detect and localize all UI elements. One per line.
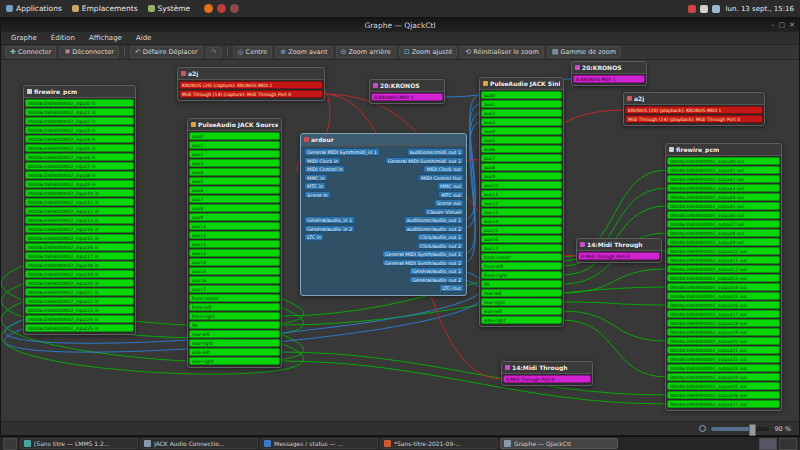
port[interactable]: aux9 <box>189 213 280 221</box>
port[interactable]: KRONOS (20) (capture): KRONOS MIDI 1 <box>179 81 323 89</box>
port[interactable]: MIDI Clock out <box>423 165 464 173</box>
port[interactable]: aux0 <box>481 91 562 99</box>
port[interactable]: lfe <box>481 280 562 288</box>
taskbar-item-jack-audio-connectio[interactable]: JACK Audio Connectio... <box>140 438 258 449</box>
port[interactable]: LTC in <box>304 233 324 241</box>
port[interactable]: auditioner/audio_out 1 <box>404 216 464 224</box>
port[interactable]: MMC out <box>437 182 464 190</box>
port[interactable]: lfe <box>189 321 280 329</box>
toolbar-redo[interactable]: ↷ <box>206 47 222 58</box>
port[interactable]: auditioner/midi_out 1 <box>407 148 464 156</box>
port[interactable]: aux0 <box>189 132 280 140</box>
port[interactable]: Général/audio_in 1 <box>304 216 355 224</box>
port[interactable]: 000d6c0404000002_output0 out <box>667 157 780 165</box>
port[interactable]: aux10 <box>189 222 280 230</box>
node-header[interactable]: a2j <box>624 93 764 105</box>
node-header[interactable]: 20:KRONOS <box>370 80 444 92</box>
node-header[interactable]: firewire_pcm <box>24 86 135 98</box>
port[interactable]: front-center <box>481 253 562 261</box>
port[interactable]: aux15 <box>189 267 280 275</box>
node-firewire-pcm-fwL[interactable]: firewire_pcm000d6c0404000002_input0 in00… <box>23 85 136 335</box>
port[interactable]: 000d6c0404000002_output16 out <box>667 301 780 309</box>
port[interactable]: 000d6c0404000002_input22 in <box>25 297 134 305</box>
port[interactable]: aux4 <box>481 127 562 135</box>
close-button[interactable]: ✕ <box>789 19 795 32</box>
port[interactable]: 000d6c0404000002_output20 out <box>667 337 780 345</box>
port[interactable]: 000d6c0404000002_output18 out <box>667 319 780 327</box>
port[interactable]: front-center <box>189 294 280 302</box>
toolbar-deconnecter[interactable]: ✖Déconnecter <box>59 46 118 58</box>
notification-icon[interactable] <box>688 5 696 13</box>
port[interactable]: 000d6c0404000002_input0 in <box>25 99 134 107</box>
port[interactable]: side-right <box>189 357 280 365</box>
port[interactable]: 000d6c0404000002_output22 out <box>667 355 780 363</box>
toolbar-zoom-ajuste[interactable]: ⊡Zoom ajusté <box>399 46 458 58</box>
port[interactable]: 000d6c0404000002_input1 in <box>25 108 134 116</box>
network-icon[interactable] <box>712 5 720 13</box>
panel-menu-systeme[interactable]: Système <box>148 4 191 13</box>
node-header[interactable]: 20:KRONOS <box>572 62 646 74</box>
port[interactable]: 000d6c0404000002_output26 out <box>667 391 780 399</box>
port[interactable]: aux6 <box>481 145 562 153</box>
taskbar-item-messages-status[interactable]: Messages / status — ... <box>260 438 378 449</box>
port[interactable]: Général/audio_out 1 <box>409 267 464 275</box>
port[interactable]: 000d6c0404000002_input25 in <box>25 324 134 332</box>
port[interactable]: General MIDI Synth/midi_out 1 <box>385 157 464 165</box>
port[interactable]: aux3 <box>481 118 562 126</box>
menu-aide[interactable]: Aide <box>130 33 157 43</box>
maximize-button[interactable]: ▢ <box>779 19 786 32</box>
port[interactable]: 000d6c0404000002_input6 in <box>25 153 134 161</box>
port[interactable]: side-left <box>481 307 562 315</box>
toolbar-reinitialiser-le-zoom[interactable]: ⟲Réinitialiser le zoom <box>460 46 543 58</box>
port[interactable]: 000d6c0404000002_output27 out <box>667 400 780 408</box>
node-header[interactable]: 14:Midi Through <box>577 239 661 251</box>
port[interactable]: 000d6c0404000002_input7 in <box>25 162 134 170</box>
port[interactable]: 000d6c0404000002_input16 in <box>25 243 134 251</box>
port[interactable]: aux11 <box>189 231 280 239</box>
port[interactable]: 000d6c0404000002_input4 in <box>25 135 134 143</box>
node-header[interactable]: PulseAudio JACK Source <box>188 119 281 131</box>
node-ardour-ardour[interactable]: ardourGeneral MIDI Synth/midi_in 1MIDI C… <box>300 133 467 296</box>
port[interactable]: 0:Midi Through Port-0 <box>503 375 591 383</box>
port[interactable]: 000d6c0404000002_input12 in <box>25 207 134 215</box>
connection-wire[interactable] <box>562 311 667 341</box>
port[interactable]: MMC in <box>304 174 328 182</box>
port[interactable]: KRONOS (20) (playback): KRONOS MIDI 1 <box>625 106 763 114</box>
port[interactable]: aux2 <box>481 109 562 117</box>
port[interactable]: aux17 <box>481 244 562 252</box>
port[interactable]: 000d6c0404000002_output10 out <box>667 247 780 255</box>
port[interactable]: 000d6c0404000002_output21 out <box>667 346 780 354</box>
node-header[interactable]: ardour <box>301 134 466 146</box>
node-header[interactable]: firewire_pcm <box>666 144 781 156</box>
port[interactable]: side-right <box>481 316 562 324</box>
port[interactable]: aux14 <box>189 258 280 266</box>
port[interactable]: Scene out <box>434 199 464 207</box>
port[interactable]: 000d6c0404000002_input24 in <box>25 315 134 323</box>
port[interactable]: aux6 <box>189 186 280 194</box>
port[interactable]: front-right <box>481 271 562 279</box>
port[interactable]: aux8 <box>481 163 562 171</box>
port[interactable]: aux4 <box>189 168 280 176</box>
port[interactable]: 000d6c0404000002_output13 out <box>667 274 780 282</box>
node-pulseaudio-jack-sink-paSink[interactable]: PulseAudio JACK Sinkaux0aux1aux2aux3aux4… <box>479 77 564 327</box>
port[interactable]: aux7 <box>481 154 562 162</box>
port[interactable]: 000d6c0404000002_input19 in <box>25 270 134 278</box>
music-app-launcher-icon[interactable] <box>217 4 226 13</box>
port[interactable]: 000d6c0404000002_input5 in <box>25 144 134 152</box>
toolbar-zoom-avant[interactable]: ⊕Zoom avant <box>275 46 332 58</box>
port[interactable]: 000d6c0404000002_output4 out <box>667 193 780 201</box>
port[interactable]: 000d6c0404000002_input18 in <box>25 261 134 269</box>
port[interactable]: 0:KRONOS MIDI 1 <box>371 93 443 101</box>
port[interactable]: 000d6c0404000002_output9 out <box>667 238 780 246</box>
port[interactable]: aux1 <box>189 141 280 149</box>
port[interactable]: 000d6c0404000002_input14 in <box>25 225 134 233</box>
node-header[interactable]: PulseAudio JACK Sink <box>480 78 563 90</box>
port[interactable]: 000d6c0404000002_output19 out <box>667 328 780 336</box>
menu-affichage[interactable]: Affichage <box>83 33 128 43</box>
port[interactable]: aux13 <box>481 208 562 216</box>
port[interactable]: 000d6c0404000002_output24 out <box>667 373 780 381</box>
port[interactable]: aux3 <box>189 159 280 167</box>
port[interactable]: aux11 <box>481 190 562 198</box>
port[interactable]: front-left <box>189 303 280 311</box>
port[interactable]: aux12 <box>481 199 562 207</box>
